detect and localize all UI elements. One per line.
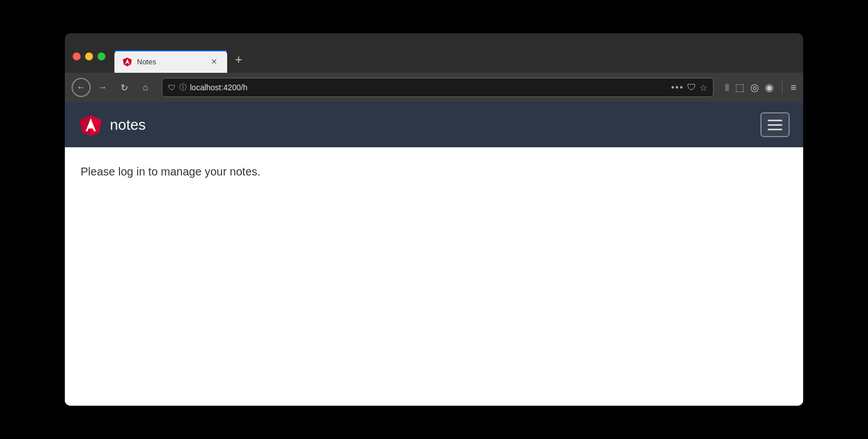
more-options-icon: ••• bbox=[671, 82, 684, 93]
hamburger-line-3 bbox=[768, 129, 782, 130]
maximize-button[interactable] bbox=[98, 52, 105, 60]
vpn-icon[interactable]: ◎ bbox=[750, 81, 759, 94]
nav-separator bbox=[782, 81, 782, 94]
collections-icon[interactable]: ⫴ bbox=[725, 82, 729, 94]
browser-window: Notes ✕ + ← → ↻ ⌂ 🛡 ⓘ localhost:4200/h •… bbox=[65, 33, 803, 406]
address-bar[interactable]: 🛡 ⓘ localhost:4200/h ••• 🛡 ☆ bbox=[162, 78, 714, 97]
tab-title: Notes bbox=[137, 58, 205, 66]
app-header: notes bbox=[65, 102, 803, 147]
sidebar-icon[interactable]: ⬚ bbox=[735, 81, 745, 94]
tab-close-button[interactable]: ✕ bbox=[209, 56, 219, 67]
title-bar: Notes ✕ + bbox=[65, 33, 803, 73]
traffic-lights bbox=[73, 52, 105, 73]
pocket-icon: 🛡 bbox=[687, 82, 696, 93]
url-display[interactable]: localhost:4200/h bbox=[190, 83, 668, 92]
nav-right-icons: ⫴ ⬚ ◎ ◉ ≡ bbox=[725, 81, 796, 94]
tab-active-indicator bbox=[114, 50, 227, 51]
nav-bar: ← → ↻ ⌂ 🛡 ⓘ localhost:4200/h ••• 🛡 ☆ ⫴ ⬚… bbox=[65, 73, 803, 102]
hamburger-line-2 bbox=[768, 124, 782, 126]
account-icon[interactable]: ◉ bbox=[765, 81, 774, 94]
app-logo: notes bbox=[78, 112, 146, 137]
security-icon: 🛡 bbox=[168, 83, 176, 92]
close-button[interactable] bbox=[73, 52, 81, 60]
angular-logo-icon bbox=[78, 112, 103, 137]
browser-tab-active[interactable]: Notes ✕ bbox=[114, 50, 227, 73]
info-icon: ⓘ bbox=[179, 82, 187, 93]
app-container: notes Please log in to manage your notes… bbox=[65, 102, 803, 406]
new-tab-button[interactable]: + bbox=[231, 52, 247, 73]
login-message: Please log in to manage your notes. bbox=[81, 165, 787, 178]
hamburger-menu-button[interactable] bbox=[760, 112, 790, 137]
home-button[interactable]: ⌂ bbox=[136, 78, 155, 97]
hamburger-line-1 bbox=[768, 120, 782, 121]
app-name: notes bbox=[110, 116, 146, 134]
angular-favicon-icon bbox=[122, 56, 132, 67]
forward-button[interactable]: → bbox=[93, 78, 112, 97]
browser-menu-button[interactable]: ≡ bbox=[790, 82, 796, 94]
app-content: Please log in to manage your notes. bbox=[65, 147, 803, 406]
minimize-button[interactable] bbox=[85, 52, 93, 60]
bookmark-icon: ☆ bbox=[699, 82, 707, 93]
back-button[interactable]: ← bbox=[72, 78, 91, 97]
reload-button[interactable]: ↻ bbox=[114, 78, 134, 97]
